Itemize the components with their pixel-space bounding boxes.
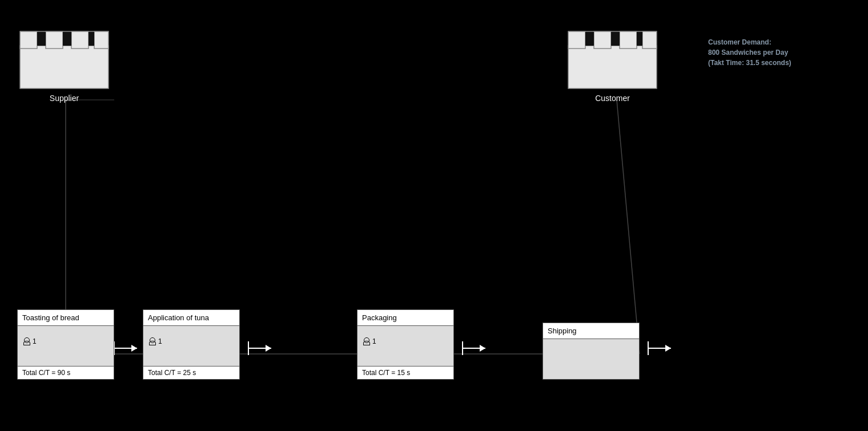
process-tuna-ct: Total C/T = 25 s [143, 366, 239, 379]
svg-rect-34 [611, 31, 620, 46]
svg-rect-32 [642, 31, 657, 49]
customer-demand-line2: 800 Sandwiches per Day [708, 47, 791, 58]
customer-demand-line1: Customer Demand: [708, 37, 791, 47]
customer-block: Customer [565, 17, 660, 103]
process-toasting-operators: 1 [22, 337, 109, 345]
svg-rect-33 [585, 31, 594, 46]
supplier-block: Supplier [17, 17, 111, 103]
operator-icon [22, 337, 30, 345]
svg-rect-20 [20, 31, 37, 49]
process-toasting-body: 1 [18, 326, 114, 366]
process-tuna: Application of tuna 1 Total C/T = 25 s [143, 309, 240, 380]
supplier-label: Supplier [50, 94, 79, 103]
process-shipping-title: Shipping [543, 323, 639, 339]
process-packaging-title: Packaging [357, 310, 453, 326]
customer-label: Customer [595, 94, 630, 103]
svg-rect-29 [568, 31, 585, 49]
svg-rect-30 [594, 31, 611, 49]
customer-demand-line3: (Takt Time: 31.5 seconds) [708, 58, 791, 68]
svg-rect-19 [20, 46, 108, 88]
customer-demand-info: Customer Demand: 800 Sandwiches per Day … [708, 37, 791, 68]
process-packaging-body: 1 [357, 326, 453, 366]
svg-marker-13 [480, 345, 485, 352]
process-packaging: Packaging 1 Total C/T = 15 s [357, 309, 454, 380]
process-toasting: Toasting of bread 1 Total C/T = 90 s [17, 309, 114, 380]
svg-rect-23 [94, 31, 108, 49]
process-shipping-body [543, 339, 639, 379]
svg-line-5 [617, 100, 640, 354]
operator-icon [362, 337, 370, 345]
operator-icon [148, 337, 156, 345]
svg-rect-31 [620, 31, 637, 49]
svg-rect-21 [46, 31, 63, 49]
value-stream-map: Supplier Customer Customer Demand: 800 S… [0, 0, 868, 431]
process-toasting-title: Toasting of bread [18, 310, 114, 326]
svg-marker-10 [266, 345, 271, 352]
svg-rect-24 [37, 31, 46, 46]
svg-rect-28 [568, 46, 657, 88]
process-tuna-operators: 1 [148, 337, 235, 345]
svg-marker-7 [131, 345, 137, 352]
customer-factory-icon [565, 17, 660, 91]
supplier-factory-icon [17, 17, 111, 91]
process-tuna-title: Application of tuna [143, 310, 239, 326]
process-tuna-body: 1 [143, 326, 239, 366]
process-packaging-ct: Total C/T = 15 s [357, 366, 453, 379]
svg-rect-35 [637, 31, 642, 46]
svg-rect-22 [71, 31, 89, 49]
process-shipping: Shipping [542, 323, 640, 380]
svg-marker-16 [665, 345, 671, 352]
process-toasting-ct: Total C/T = 90 s [18, 366, 114, 379]
svg-rect-26 [89, 31, 94, 46]
svg-rect-25 [63, 31, 71, 46]
process-packaging-operators: 1 [362, 337, 449, 345]
